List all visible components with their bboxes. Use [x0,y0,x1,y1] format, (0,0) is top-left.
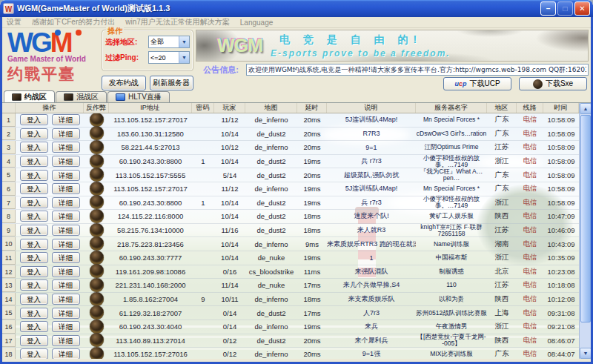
login-button[interactable]: 登入 [20,348,48,359]
row-number[interactable]: 14 [2,293,16,306]
refresh-servers-button[interactable]: 刷新服务器 [150,76,194,90]
maximize-button[interactable]: □ [557,1,573,16]
detail-button[interactable]: 详细 [52,252,80,263]
detail-button[interactable]: 详细 [52,321,80,332]
header-operation[interactable]: 操作 [16,103,84,113]
scroll-up-icon[interactable]: ▲ [580,103,591,114]
row-number[interactable]: 15 [2,306,16,320]
cell-time: 09:31:08 [543,309,579,317]
row-number[interactable]: 6 [2,182,16,196]
row-number[interactable]: 16 [2,320,16,334]
detail-button[interactable]: 详细 [52,128,80,139]
menu-win7-help[interactable]: win7用户无法正常使用解决方案 [125,17,230,27]
cell-description: 来兵 [327,322,416,331]
download-ucp-button[interactable]: ucp 下载UCP [443,77,511,90]
login-button[interactable]: 登入 [20,294,48,305]
download-sxe-button[interactable]: 下载Sxe [519,77,587,90]
header-map[interactable]: 地图 [245,103,297,113]
login-button[interactable]: 登入 [20,225,48,236]
row-number[interactable]: 9 [2,224,16,237]
detail-button[interactable]: 详细 [52,142,80,153]
row-number[interactable]: 5 [2,168,16,182]
region-select[interactable]: 全部 ▼ [148,36,190,48]
cell-server-name: Mn Special Forces * [416,182,487,196]
login-button[interactable]: 登入 [20,308,48,319]
login-button[interactable]: 登入 [20,335,48,346]
scrollbar-thumb[interactable] [580,115,591,322]
login-button[interactable]: 登入 [20,266,48,277]
row-number[interactable]: 2 [2,128,16,141]
minimize-button[interactable]: – [540,1,556,16]
row-number[interactable]: 1 [2,113,16,127]
header-anticheat[interactable]: 反作弊 [84,103,109,113]
login-button[interactable]: 登入 [20,279,48,291]
row-number[interactable]: 7 [2,196,16,210]
login-button[interactable]: 登入 [20,114,48,125]
detail-button[interactable]: 详细 [52,348,80,359]
vertical-scrollbar[interactable]: ▲ ▼ [579,103,591,359]
cell-ip: 113.105.152.157:5555 [109,171,192,179]
header-description[interactable]: 说明 [327,103,416,113]
header-time[interactable]: 时间 [543,103,579,113]
tab-hltv-live[interactable]: HLTV直播 [107,91,170,102]
cell-map: de_inferno [245,185,297,193]
header-line[interactable]: 线路 [517,103,543,113]
row-number[interactable]: 3 [2,141,16,154]
header-ping[interactable]: 延时 [297,103,327,113]
tab-match-zone[interactable]: 约战区 [4,90,55,102]
login-button[interactable]: 登入 [20,239,48,250]
anticheat-icon [90,195,104,209]
detail-button[interactable]: 详细 [52,335,80,346]
row-number[interactable]: 13 [2,279,16,292]
detail-button[interactable]: 详细 [52,211,80,222]
login-button[interactable]: 登入 [20,183,48,194]
row-number[interactable]: 18 [2,348,16,359]
detail-button[interactable]: 详细 [52,197,80,208]
menu-settings[interactable]: 设置 [7,17,21,27]
header-server-name[interactable]: 服务器名字 [416,103,487,113]
menu-thanks[interactable]: 感谢如下CFer的努力付出 [32,17,115,27]
detail-button[interactable]: 详细 [52,225,80,236]
header-ip[interactable]: IP地址 [109,103,192,113]
row-number[interactable]: 8 [2,210,16,223]
cell-ip: 58.215.76.134:10000 [109,226,192,234]
login-button[interactable]: 登入 [20,197,48,208]
banner-wgm-graffiti: WGM [217,35,262,56]
detail-button[interactable]: 详细 [52,170,80,181]
detail-button[interactable]: 详细 [52,239,80,250]
publish-match-button[interactable]: 发布约战 [102,76,146,90]
row-number[interactable]: 4 [2,155,16,168]
detail-button[interactable]: 详细 [52,294,80,305]
tab-melee-zone[interactable]: 混战区 [56,91,107,102]
detail-button[interactable]: 详细 [52,279,80,291]
row-actions: 登入 详细 [16,156,84,167]
cell-ping: 18ms [297,295,327,303]
login-button[interactable]: 登入 [20,321,48,332]
scroll-down-icon[interactable]: ▼ [580,348,591,359]
header-players[interactable]: 玩家 [214,103,245,113]
announcement-input[interactable] [246,64,589,76]
row-number[interactable]: 12 [2,265,16,279]
detail-button[interactable]: 详细 [52,114,80,125]
row-number[interactable]: 17 [2,334,16,348]
detail-button[interactable]: 详细 [52,156,80,167]
detail-button[interactable]: 详细 [52,308,80,319]
login-button[interactable]: 登入 [20,252,48,263]
menu-language[interactable]: Language [240,19,274,27]
detail-button[interactable]: 详细 [52,183,80,194]
login-button[interactable]: 登入 [20,211,48,222]
login-button[interactable]: 登入 [20,142,48,153]
close-button[interactable]: ✕ [574,1,590,16]
header-region[interactable]: 地区 [487,103,517,113]
cell-ip: 113.105.152.157:27017 [109,116,192,124]
login-button[interactable]: 登入 [20,170,48,181]
row-number[interactable]: 10 [2,237,16,251]
chevron-down-icon[interactable]: ▼ [179,36,189,47]
login-button[interactable]: 登入 [20,128,48,139]
chevron-down-icon[interactable]: ▼ [179,52,189,63]
ping-select[interactable]: <=20 ▼ [148,51,190,64]
login-button[interactable]: 登入 [20,156,48,167]
detail-button[interactable]: 详细 [52,266,80,277]
header-password[interactable]: 密码 [192,103,214,113]
row-number[interactable]: 11 [2,251,16,265]
